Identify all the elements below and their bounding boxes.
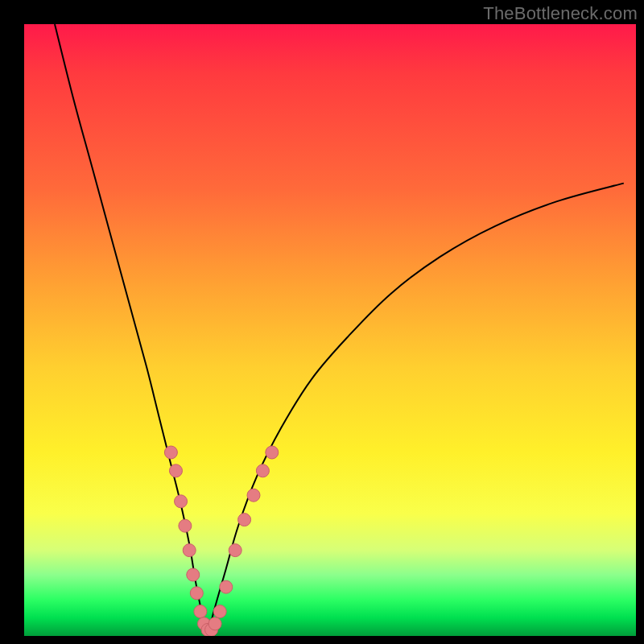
marker-dot: [183, 544, 196, 557]
marker-dot: [164, 446, 177, 459]
marker-dot: [175, 495, 188, 508]
watermark-text: TheBottleneck.com: [483, 3, 638, 24]
marker-dot: [256, 464, 269, 477]
curve-right: [208, 184, 624, 636]
marker-group: [164, 446, 278, 636]
curve-left: [55, 24, 208, 636]
marker-dot: [187, 568, 200, 581]
chart-frame: TheBottleneck.com: [0, 0, 644, 644]
marker-dot: [190, 587, 203, 600]
marker-dot: [179, 519, 192, 532]
marker-dot: [208, 617, 221, 630]
marker-dot: [266, 446, 279, 459]
marker-dot: [247, 489, 260, 502]
marker-dot: [169, 464, 182, 477]
marker-dot: [220, 580, 233, 593]
marker-dot: [238, 514, 251, 526]
plot-area: [24, 24, 636, 636]
marker-dot: [194, 605, 207, 618]
chart-svg: [24, 24, 636, 636]
marker-dot: [229, 544, 242, 557]
marker-dot: [213, 605, 226, 618]
